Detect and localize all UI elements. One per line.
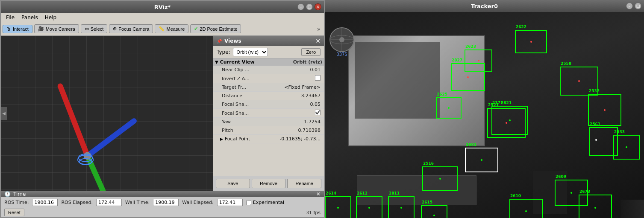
focal-shape-checkbox[interactable] — [315, 110, 321, 115]
zero-button[interactable]: Zero — [301, 48, 321, 56]
bbox-2673-dot — [594, 207, 596, 209]
bbox-2614-label: 2614 — [326, 191, 336, 195]
rename-button[interactable]: Rename — [287, 179, 321, 188]
cursor-icon: 🖱 — [6, 26, 11, 32]
rviz-window: RViz* – □ ✕ File Panels Help 🖱 Interact … — [0, 0, 325, 218]
camera-icon: 🎥 — [38, 26, 44, 32]
bbox-2827-label: 2827 — [452, 58, 462, 62]
bbox-2561-label: 2561 — [590, 122, 600, 126]
toolbar-more-button[interactable]: » — [315, 25, 322, 33]
current-view-header[interactable]: ▼ Current View Orbit (rviz) — [213, 58, 324, 66]
bbox-2614-dot — [337, 207, 339, 209]
clock-icon: 🕐 — [4, 191, 11, 197]
main-area: ◀ 📌 Views ✕ Type: Orbit (rviz) Zero — [1, 36, 324, 191]
close-button[interactable]: ✕ — [315, 3, 321, 10]
rviz-title-bar: RViz* – □ ✕ — [1, 1, 324, 13]
prop-yaw: Yaw 1.7254 — [213, 118, 324, 126]
select-button[interactable]: ▭ Select — [81, 24, 108, 33]
bbox-2601: 2601 — [465, 148, 498, 172]
bbox-2533-dot — [626, 146, 627, 148]
bbox-2558-label: 2558 — [561, 61, 571, 66]
pose-icon: ✔ — [194, 26, 198, 32]
pose-estimate-button[interactable]: ✔ 2D Pose Estimate — [190, 24, 241, 33]
bbox-2610-dot — [525, 210, 527, 212]
bbox-2532-label: 2532 — [589, 89, 600, 93]
prop-target-frame: Target Fr... <Fixed Frame> — [213, 83, 324, 92]
person-area — [620, 200, 644, 218]
save-button[interactable]: Save — [216, 179, 250, 188]
bbox-2811: 2811 — [388, 196, 415, 218]
bbox-2601-label: 2601 — [466, 142, 476, 147]
tracker-window-controls: – □ — [626, 3, 641, 9]
type-label: Type: — [217, 49, 230, 55]
bbox-2827-dot — [467, 76, 469, 78]
focus-camera-button[interactable]: ⊕ Focus Camera — [109, 24, 153, 33]
views-close-button[interactable]: ✕ — [315, 38, 321, 44]
views-header: 📌 Views ✕ — [213, 36, 324, 46]
remove-button[interactable]: Remove — [252, 179, 286, 188]
tracker-title-bar: Tracker0 – □ — [325, 0, 644, 12]
move-camera-button[interactable]: 🎥 Move Camera — [34, 24, 79, 33]
menu-file[interactable]: File — [3, 14, 18, 21]
measure-button[interactable]: 📏 Measure — [155, 24, 188, 33]
time-header: 🕐 Time ✕ — [1, 191, 324, 197]
type-select[interactable]: Orbit (rviz) — [233, 48, 268, 56]
bbox-2612-label: 2612 — [357, 191, 368, 195]
bbox-2610: 2610 — [509, 199, 543, 218]
bbox-2371-label: 2371 — [492, 101, 503, 105]
toolbar: 🖱 Interact 🎥 Move Camera ▭ Select ⊕ Focu… — [1, 22, 324, 36]
bbox-2532: 2532 — [588, 94, 621, 126]
time-title: Time — [13, 191, 26, 197]
bbox-2622-label: 2622 — [516, 25, 526, 29]
menu-panels[interactable]: Panels — [18, 14, 41, 21]
time-controls: ROS Time: 1900.16 ROS Elapsed: 172.44 Wa… — [1, 197, 324, 208]
navigation-sphere[interactable]: 3375 — [329, 27, 355, 52]
tracker-window: Tracker0 – □ 3375 — [325, 0, 644, 218]
invert-z-checkbox[interactable] — [315, 75, 321, 81]
prop-focal-point[interactable]: ▶ Focal Point -0.11635; -0.73... — [213, 135, 324, 143]
bbox-2558-dot — [578, 80, 580, 82]
wall-time-value: 1900.19 — [153, 199, 179, 206]
3d-viewport[interactable]: ◀ — [1, 36, 213, 191]
tracker-title: Tracker0 — [471, 3, 498, 9]
bbox-2811-label: 2811 — [389, 191, 400, 195]
tracker-viewport: 3375 2622 2623 2827 2558 2625 2521 — [325, 12, 644, 218]
bbox-2532-dot — [604, 109, 606, 111]
select-icon: ▭ — [85, 26, 89, 32]
viewport-left-arrow[interactable]: ◀ — [1, 107, 7, 120]
minimize-button[interactable]: – — [297, 3, 304, 10]
bbox-2615: 2615 — [421, 205, 447, 218]
sphere-label: 3375 — [329, 52, 355, 57]
interact-button[interactable]: 🖱 Interact — [3, 25, 32, 33]
tracker-minimize-button[interactable]: – — [626, 3, 633, 9]
fps-display: 31 fps — [306, 210, 321, 215]
bbox-2609-label: 2609 — [556, 174, 566, 179]
reset-button[interactable]: Reset — [4, 209, 24, 216]
svg-line-0 — [60, 86, 88, 156]
bbox-2625-dot — [448, 107, 450, 109]
rviz-title: RViz* — [154, 4, 171, 10]
bbox-2615-label: 2615 — [422, 200, 432, 204]
maximize-button[interactable]: □ — [306, 3, 313, 10]
time-panel-close[interactable]: ✕ — [316, 191, 321, 197]
bbox-2561-arrow — [595, 139, 597, 141]
ros-time-value: 1900.16 — [32, 199, 58, 206]
ros-elapsed-value: 172.44 — [96, 199, 122, 206]
bbox-2811-dot — [400, 207, 402, 209]
bbox-2673-label: 2673 — [579, 189, 590, 194]
bbox-2601-dot — [481, 159, 482, 161]
bbox-2623-label: 2623 — [465, 44, 476, 49]
bbox-2533: 2533 — [613, 135, 640, 160]
properties-tree: ▼ Current View Orbit (rviz) Near Clip ..… — [213, 58, 324, 176]
robot-visualization — [1, 36, 213, 191]
menu-help[interactable]: Help — [41, 14, 60, 21]
prop-invert-z: Invert Z A... — [213, 74, 324, 83]
wall-elapsed-value: 172.41 — [217, 199, 243, 206]
bbox-2673: 2673 — [579, 195, 612, 218]
prop-near-clip: Near Clip ... 0.01 — [213, 66, 324, 74]
experimental-label: Experimental — [246, 200, 284, 205]
experimental-checkbox[interactable] — [246, 200, 251, 205]
viewport-grid: ◀ — [1, 36, 213, 191]
prop-focal-shape-2: Focal Sha... — [213, 109, 324, 118]
tracker-maximize-button[interactable]: □ — [635, 3, 641, 9]
